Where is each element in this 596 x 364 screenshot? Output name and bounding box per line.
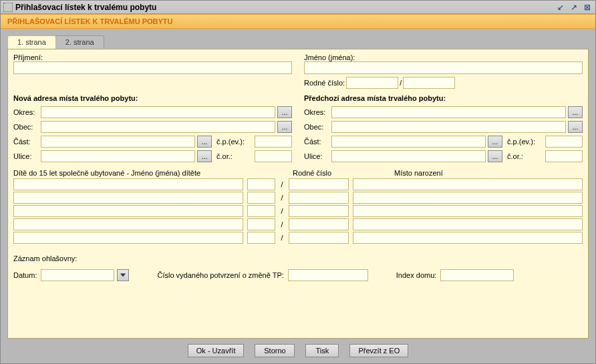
page-title-band: PŘIHLAŠOVACÍ LÍSTEK K TRVALÉMU POBYTU xyxy=(1,14,595,29)
input-child-birthplace[interactable] xyxy=(353,192,583,204)
slash: / xyxy=(279,220,285,228)
input-okres-prev[interactable] xyxy=(331,106,566,118)
label-nova-adresa: Nová adresa místa trvalého pobytu: xyxy=(13,94,292,102)
input-obec-prev[interactable] xyxy=(331,121,566,133)
input-cor-prev[interactable] xyxy=(545,150,583,162)
input-cislo-potvrzeni[interactable] xyxy=(288,269,368,281)
children-header: Dítě do 15 let společně ubytované - Jmén… xyxy=(13,169,583,177)
input-child-birthplace[interactable] xyxy=(353,205,583,217)
datum-dropdown[interactable] xyxy=(117,269,129,281)
label-prijmeni: Příjmení: xyxy=(13,53,292,61)
label-cor-p: č.or.: xyxy=(507,152,543,160)
input-child-rc1[interactable] xyxy=(247,192,275,204)
prevzit-button[interactable]: Převzít z EO xyxy=(349,344,408,357)
input-child-rc1[interactable] xyxy=(247,178,275,190)
input-child-birthplace[interactable] xyxy=(353,232,583,244)
child-row: / xyxy=(13,232,583,244)
tab-page-2[interactable]: 2. strana xyxy=(55,35,104,49)
input-child-birthplace[interactable] xyxy=(353,218,583,230)
slash: / xyxy=(400,79,402,87)
input-child-rc1[interactable] xyxy=(247,205,275,217)
input-child-rc1[interactable] xyxy=(247,218,275,230)
ohlasovna-section: Záznam ohlašovny: Datum: Číslo vydaného … xyxy=(13,254,583,281)
label-index-domu: Index domu: xyxy=(396,271,437,279)
close-icon[interactable]: ⊠ xyxy=(582,3,593,12)
input-child-name[interactable] xyxy=(13,192,243,204)
lookup-ulice-prev[interactable]: ... xyxy=(488,150,502,162)
lookup-ulice-new[interactable]: ... xyxy=(197,150,212,162)
button-bar: Ok - Uzavřít Storno Tisk Převzít z EO xyxy=(7,339,589,359)
label-cast-p: Část: xyxy=(304,138,329,146)
maximize-icon[interactable]: ↗ xyxy=(569,3,579,12)
label-cor: č.or.: xyxy=(216,152,253,160)
input-rc2[interactable] xyxy=(403,77,455,89)
app-window: Přihlašovací lístek k trvalému pobytu ↙ … xyxy=(0,0,596,364)
input-cast-prev[interactable] xyxy=(331,136,486,148)
label-obec-p: Obec: xyxy=(304,123,329,131)
main-area: 1. strana 2. strana Příjmení: Jméno (jmé… xyxy=(1,29,595,363)
input-datum[interactable] xyxy=(41,269,114,281)
input-ulice-new[interactable] xyxy=(41,150,195,162)
label-ulice: Ulice: xyxy=(13,152,39,160)
label-rodne-cislo: Rodné číslo: xyxy=(304,79,345,87)
input-cp-prev[interactable] xyxy=(545,136,583,148)
storno-button[interactable]: Storno xyxy=(255,344,295,357)
slash: / xyxy=(279,234,285,242)
slash: / xyxy=(279,194,285,202)
lookup-okres-prev[interactable]: ... xyxy=(568,106,583,118)
page-title: PŘIHLAŠOVACÍ LÍSTEK K TRVALÉMU POBYTU xyxy=(7,17,173,25)
input-ulice-prev[interactable] xyxy=(331,150,486,162)
svg-marker-0 xyxy=(120,274,126,277)
input-child-rc2[interactable] xyxy=(289,218,349,230)
lookup-obec-prev[interactable]: ... xyxy=(568,121,583,133)
label-okres: Okres: xyxy=(13,108,39,116)
input-okres-new[interactable] xyxy=(41,106,275,118)
input-obec-new[interactable] xyxy=(41,121,275,133)
input-rc1[interactable] xyxy=(346,77,398,89)
input-cast-new[interactable] xyxy=(41,136,195,148)
label-datum: Datum: xyxy=(13,271,37,279)
label-predchozi-adresa: Předchozí adresa místa trvalého pobytu: xyxy=(304,94,583,102)
label-jmeno: Jméno (jména): xyxy=(304,53,583,61)
child-row: / xyxy=(13,205,583,217)
label-obec: Obec: xyxy=(13,123,39,131)
input-child-birthplace[interactable] xyxy=(353,178,583,190)
label-dite: Dítě do 15 let společně ubytované - Jmén… xyxy=(13,169,289,177)
input-child-name[interactable] xyxy=(13,232,243,244)
input-index-domu[interactable] xyxy=(440,269,514,281)
titlebar: Přihlašovací lístek k trvalému pobytu ↙ … xyxy=(1,1,595,14)
nova-adresa-block: Okres: ... Obec: ... Část: ... č.p.(ev.)… xyxy=(13,104,292,162)
lookup-cast-new[interactable]: ... xyxy=(197,136,212,148)
label-cislo-potvrzeni: Číslo vydaného potvrzení o změně TP: xyxy=(157,271,283,279)
lookup-cast-prev[interactable]: ... xyxy=(488,136,502,148)
app-icon xyxy=(3,3,13,12)
slash: / xyxy=(279,207,285,215)
lookup-okres-new[interactable]: ... xyxy=(277,106,292,118)
input-prijmeni[interactable] xyxy=(13,61,292,74)
tab-page-1[interactable]: 1. strana xyxy=(7,35,56,49)
input-child-rc2[interactable] xyxy=(289,232,349,244)
tabbar: 1. strana 2. strana xyxy=(7,35,589,49)
input-cp-new[interactable] xyxy=(255,136,292,148)
label-okres-p: Okres: xyxy=(304,108,329,116)
ok-button[interactable]: Ok - Uzavřít xyxy=(188,344,245,357)
child-row: / xyxy=(13,192,583,204)
lookup-obec-new[interactable]: ... xyxy=(277,121,292,133)
label-misto-naroz: Místo narození xyxy=(394,169,583,177)
input-child-name[interactable] xyxy=(13,178,243,190)
input-child-rc2[interactable] xyxy=(289,192,349,204)
input-child-name[interactable] xyxy=(13,205,243,217)
chevron-down-icon xyxy=(120,273,126,277)
label-cp: č.p.(ev.): xyxy=(216,138,253,146)
input-cor-new[interactable] xyxy=(255,150,292,162)
input-child-name[interactable] xyxy=(13,218,243,230)
minimize-icon[interactable]: ↙ xyxy=(555,3,566,12)
slash: / xyxy=(279,180,285,188)
tisk-button[interactable]: Tisk xyxy=(305,344,339,357)
label-cp-p: č.p.(ev.): xyxy=(507,138,543,146)
window-title: Přihlašovací lístek k trvalému pobytu xyxy=(15,3,555,12)
input-child-rc1[interactable] xyxy=(247,232,275,244)
input-child-rc2[interactable] xyxy=(289,178,349,190)
input-jmeno[interactable] xyxy=(304,61,583,74)
input-child-rc2[interactable] xyxy=(289,205,349,217)
